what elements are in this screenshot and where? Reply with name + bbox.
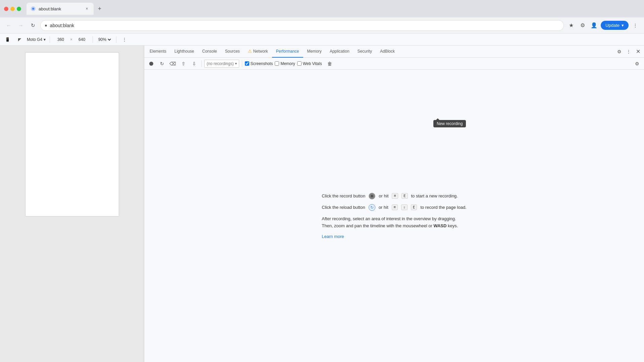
device-selector[interactable]: Moto G4 ▾ [27, 37, 46, 42]
device-toggle-button[interactable]: 📱 [3, 35, 12, 44]
recording-placeholder: (no recordings) [207, 61, 234, 66]
tab-adblock[interactable]: AdBlock [376, 46, 399, 58]
note-line2: Then, zoom and pan the timeline with the… [322, 223, 432, 228]
recording-selector[interactable]: (no recordings) ▾ [204, 60, 239, 68]
learn-more-link[interactable]: Learn more [322, 234, 466, 239]
bookmark-button[interactable]: ★ [567, 21, 576, 30]
reload-button[interactable]: ↻ [28, 21, 38, 30]
clear-button[interactable]: ⌫ [168, 59, 177, 68]
toolbar-separator-2 [242, 60, 242, 67]
tab-console[interactable]: Console [198, 46, 221, 58]
tab-lighthouse[interactable]: Lighthouse [170, 46, 198, 58]
tab-sources[interactable]: Sources [221, 46, 244, 58]
tab-security[interactable]: Security [354, 46, 376, 58]
tab-memory[interactable]: Memory [303, 46, 326, 58]
download-button[interactable]: ⇩ [190, 59, 199, 68]
performance-content: Click the record button or hit ⌘ E to st… [144, 70, 644, 362]
instructions-container: Click the record button or hit ⌘ E to st… [322, 193, 466, 239]
cmd-key-2: ⌘ [392, 204, 398, 210]
record-icon-inline [369, 193, 375, 199]
instruction-record-row: Click the record button or hit ⌘ E to st… [322, 193, 466, 199]
svg-point-3 [371, 195, 373, 197]
zoom-selector[interactable]: 90% [97, 37, 112, 42]
tab-security-label: Security [358, 49, 372, 54]
tab-elements[interactable]: Elements [146, 46, 170, 58]
device-more-button[interactable]: ⋮ [120, 36, 128, 44]
svg-point-2 [149, 62, 153, 66]
screenshots-checkbox[interactable] [245, 61, 249, 66]
tab-elements-label: Elements [150, 49, 166, 54]
maximize-traffic-light[interactable] [17, 7, 21, 11]
tab-bar: about:blank × + [24, 3, 640, 15]
devtools-close-button[interactable]: ✕ [633, 47, 643, 56]
note-end: keys. [448, 223, 458, 228]
device-bar: 📱 ◤ Moto G4 ▾ × 90% ⋮ [0, 34, 644, 46]
tab-performance-label: Performance [276, 49, 299, 54]
nav-right-buttons: ★ ⚙ 👤 Update ▾ ⋮ [567, 21, 640, 30]
delete-button[interactable]: 🗑 [325, 59, 334, 68]
address-bar[interactable]: ● about:blank [40, 20, 564, 31]
web-vitals-checkbox[interactable] [297, 61, 302, 66]
height-input[interactable] [75, 37, 89, 42]
device-name: Moto G4 [27, 37, 42, 42]
width-input[interactable] [54, 37, 67, 42]
instruction-1-before: Click the record button [322, 193, 365, 198]
warning-icon: ⚠ [248, 49, 252, 54]
learn-more-text: Learn more [322, 234, 344, 239]
performance-settings-button[interactable]: ⚙ [633, 59, 641, 68]
instruction-2-end: to record the page load. [420, 205, 466, 210]
tooltip-text: New recording [437, 121, 463, 126]
extensions-button[interactable]: ⚙ [578, 21, 587, 30]
new-tab-button[interactable]: + [95, 4, 104, 13]
web-vitals-label[interactable]: Web Vitals [297, 61, 322, 66]
back-button[interactable]: ← [4, 21, 13, 30]
web-vitals-text: Web Vitals [303, 61, 322, 66]
wasd-keys: WASD [433, 223, 446, 228]
reload-record-button[interactable]: ↻ [158, 59, 166, 68]
close-traffic-light[interactable] [4, 7, 8, 11]
tab-console-label: Console [202, 49, 217, 54]
instruction-2-or: or hit [379, 205, 388, 210]
tab-close-button[interactable]: × [84, 6, 90, 11]
screenshots-text: Screenshots [251, 61, 273, 66]
note-line1: After recording, select an area of inter… [322, 216, 456, 221]
screenshots-label[interactable]: Screenshots [245, 61, 273, 66]
recording-dropdown-icon: ▾ [235, 62, 237, 65]
separator-2 [93, 36, 93, 43]
screenshots-checkbox-group: Screenshots [245, 61, 273, 66]
upload-button[interactable]: ⇧ [179, 59, 188, 68]
web-vitals-checkbox-group: Web Vitals [297, 61, 322, 66]
instruction-1-end: to start a new recording. [411, 193, 458, 198]
forward-button[interactable]: → [16, 21, 25, 30]
instruction-note: After recording, select an area of inter… [322, 216, 466, 230]
memory-checkbox[interactable] [275, 61, 279, 66]
devtools-right-controls: ⚙ ⋮ ✕ [614, 47, 643, 56]
main-area: Elements Lighthouse Console Sources ⚠ Ne… [0, 46, 644, 362]
browser-more-button[interactable]: ⋮ [631, 21, 640, 30]
browser-tab[interactable]: about:blank × [26, 3, 94, 15]
device-chevron-icon: ▾ [44, 37, 46, 42]
update-chevron-icon: ▾ [622, 23, 624, 28]
devtools-settings-button[interactable]: ⚙ [614, 47, 624, 56]
instruction-1-or: or hit [379, 193, 388, 198]
tab-application[interactable]: Application [326, 46, 354, 58]
tab-sources-label: Sources [225, 49, 240, 54]
tab-title: about:blank [39, 6, 82, 11]
tab-performance[interactable]: Performance [272, 46, 303, 58]
tab-network[interactable]: ⚠ Network [244, 46, 272, 58]
devtools-more-button[interactable]: ⋮ [625, 47, 632, 56]
memory-label[interactable]: Memory [275, 61, 295, 66]
tab-application-label: Application [330, 49, 350, 54]
separator [50, 36, 50, 43]
record-button[interactable] [147, 59, 156, 68]
update-button[interactable]: Update ▾ [601, 21, 629, 30]
traffic-lights [4, 7, 21, 11]
cmd-key: ⌘ [392, 193, 398, 199]
minimize-traffic-light[interactable] [10, 7, 15, 11]
update-label: Update [605, 23, 620, 28]
separator-3 [116, 36, 116, 43]
profile-button[interactable]: 👤 [589, 21, 599, 30]
toolbar-separator [201, 60, 202, 67]
responsive-button[interactable]: ◤ [15, 35, 24, 44]
new-recording-tooltip: New recording [433, 120, 466, 127]
